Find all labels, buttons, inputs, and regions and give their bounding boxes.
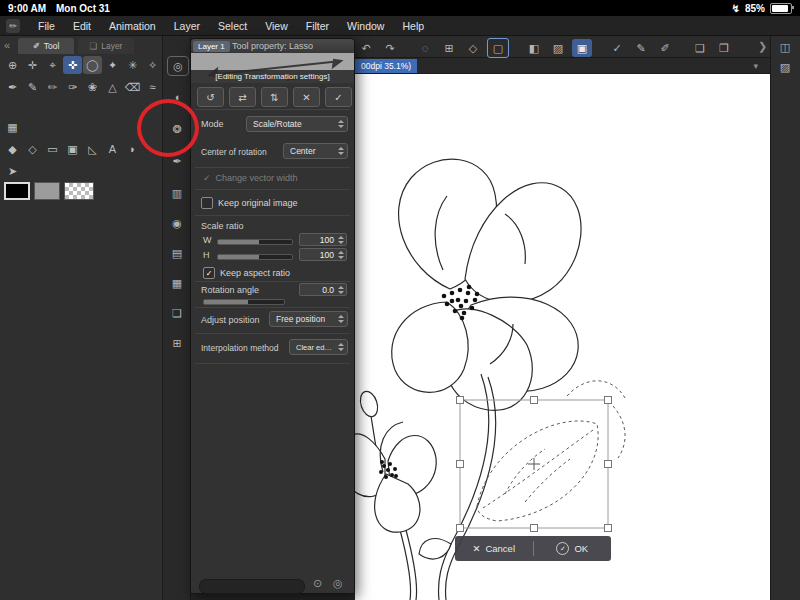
transform-handle[interactable]: [457, 461, 464, 468]
layer-name-chip[interactable]: Layer 1: [193, 41, 230, 52]
transform-handle[interactable]: [457, 397, 464, 404]
object-tool-icon[interactable]: ✜: [63, 56, 82, 74]
transform-handle[interactable]: [605, 525, 612, 532]
flip-horizontal-icon[interactable]: ⇄: [229, 87, 256, 107]
line-correction-tool-icon[interactable]: ➤: [3, 162, 22, 180]
scale-w-slider[interactable]: [217, 239, 293, 245]
document-title-chip[interactable]: 00dpi 35.1%): [355, 59, 417, 73]
canvas-area[interactable]: ✕ Cancel ✓ OK: [355, 74, 770, 600]
keep-original-image-row[interactable]: Keep original image: [201, 197, 298, 209]
interpolation-method-dropdown[interactable]: Clear edges (: [289, 339, 348, 355]
move-tool-icon[interactable]: ⌖: [43, 56, 62, 74]
transform-handle[interactable]: [531, 397, 538, 404]
zoom-panel-icon[interactable]: ◎: [167, 56, 189, 76]
chevron-down-icon[interactable]: ▾: [753, 61, 758, 71]
scale-h-stepper[interactable]: 100: [299, 248, 347, 261]
menu-view[interactable]: View: [265, 20, 288, 32]
scale-w-stepper[interactable]: 100: [299, 233, 347, 246]
transform-handle[interactable]: [605, 397, 612, 404]
color-slider-icon[interactable]: ▦: [167, 274, 187, 292]
keep-aspect-checkbox[interactable]: ✓: [203, 267, 215, 279]
menu-layer[interactable]: Layer: [174, 20, 200, 32]
undo-icon[interactable]: ↶: [356, 39, 376, 57]
hand-tool-icon[interactable]: ✛: [23, 56, 42, 74]
canvas-artwork[interactable]: [355, 74, 770, 600]
menu-window[interactable]: Window: [347, 20, 384, 32]
ok-button[interactable]: ✓ OK: [534, 536, 612, 561]
transform-handle[interactable]: [457, 525, 464, 532]
color-panel-icon[interactable]: ▨: [775, 58, 795, 76]
transparent-color-swatch[interactable]: [64, 182, 94, 200]
tab-tool[interactable]: ✐ Tool: [18, 38, 74, 54]
reset-transform-icon[interactable]: ↺: [197, 87, 224, 107]
fill-tool-icon[interactable]: ◆: [3, 140, 22, 158]
adjust-position-dropdown[interactable]: Free position: [269, 311, 348, 327]
center-of-rotation-dropdown[interactable]: Center: [283, 143, 348, 159]
brush-tool-icon[interactable]: ✑: [63, 78, 82, 96]
airbrush-tool-icon[interactable]: △: [103, 78, 122, 96]
menu-help[interactable]: Help: [402, 20, 424, 32]
lasso-tool-icon[interactable]: ◯: [83, 56, 102, 74]
pencil-tool-icon[interactable]: ✎: [23, 78, 42, 96]
vector-edit-icon[interactable]: ✐: [655, 39, 675, 57]
grid-tool-icon[interactable]: ▣: [63, 140, 82, 158]
pen-pressure-icon[interactable]: ✎: [631, 39, 651, 57]
redo-icon[interactable]: ↷: [380, 39, 400, 57]
blend-tool-icon[interactable]: ≈: [143, 78, 162, 96]
transform-handle[interactable]: [605, 461, 612, 468]
eyedropper-tool-icon[interactable]: ✳: [123, 56, 142, 74]
transform-handle[interactable]: [531, 525, 538, 532]
menu-filter[interactable]: Filter: [306, 20, 329, 32]
gradient-tool-icon[interactable]: ▦: [3, 118, 22, 136]
clip-studio-logo-icon[interactable]: ✏: [6, 19, 20, 33]
ruler-tool-icon[interactable]: ◺: [83, 140, 102, 158]
cancel-button[interactable]: ✕ Cancel: [455, 536, 533, 561]
snap-off-icon[interactable]: ◌: [415, 39, 435, 57]
scroll-up-icon[interactable]: ⊙: [313, 577, 322, 590]
selection-launcher-icon[interactable]: ▣: [572, 39, 592, 57]
collapse-panel-icon[interactable]: «: [4, 39, 10, 51]
page-manager-icon[interactable]: ❏: [690, 39, 710, 57]
eraser-tool-icon[interactable]: ⌫: [123, 78, 142, 96]
decoration-tool-icon[interactable]: ❀: [83, 78, 102, 96]
magnifier-icon[interactable]: ◎: [333, 577, 343, 590]
apply-transform-icon[interactable]: ✓: [325, 87, 352, 107]
color-wheel-icon[interactable]: ▥: [167, 184, 187, 202]
workspace-icon[interactable]: ◫: [775, 38, 795, 56]
rotation-angle-slider[interactable]: [203, 299, 285, 305]
mode-dropdown[interactable]: Scale/Rotate: [246, 116, 348, 132]
keep-aspect-ratio-row[interactable]: ✓ Keep aspect ratio: [203, 267, 290, 279]
layer-panel-icon[interactable]: ❏: [167, 304, 187, 322]
selection-pen-tool-icon[interactable]: ✧: [143, 56, 162, 74]
figure-tool-icon[interactable]: ◇: [23, 140, 42, 158]
menu-file[interactable]: File: [38, 20, 55, 32]
pen-tool-icon[interactable]: ✒: [3, 78, 22, 96]
export-icon[interactable]: ❐: [714, 39, 734, 57]
cancel-transform-icon[interactable]: ✕: [293, 87, 320, 107]
frame-border-tool-icon[interactable]: ▭: [43, 140, 62, 158]
more-commands-icon[interactable]: ❯: [758, 40, 767, 53]
zoom-tool-icon[interactable]: ⊕: [3, 56, 22, 74]
menu-animation[interactable]: Animation: [109, 20, 156, 32]
correct-line-icon[interactable]: ✓: [607, 39, 627, 57]
menu-edit[interactable]: Edit: [73, 20, 91, 32]
auto-select-tool-icon[interactable]: ✦: [103, 56, 122, 74]
property-search-input[interactable]: [199, 579, 305, 594]
rotation-angle-stepper[interactable]: 0.0: [299, 283, 347, 296]
snap-special-icon[interactable]: ◇: [463, 39, 483, 57]
main-color-swatch[interactable]: [4, 182, 30, 200]
text-tool-icon[interactable]: A: [103, 140, 122, 158]
menu-select[interactable]: Select: [218, 20, 247, 32]
marker-tool-icon[interactable]: ✏: [43, 78, 62, 96]
color-set-icon[interactable]: ▤: [167, 244, 187, 262]
scale-h-slider[interactable]: [217, 254, 293, 260]
select-shrink-icon[interactable]: ▨: [548, 39, 568, 57]
flip-vertical-icon[interactable]: ⇅: [261, 87, 288, 107]
color-mixing-icon[interactable]: ◉: [167, 214, 187, 232]
navigator-icon[interactable]: ⊞: [167, 334, 187, 352]
tab-layer[interactable]: ❏ Layer: [78, 38, 134, 54]
keep-original-checkbox[interactable]: [201, 197, 213, 209]
snap-grid-icon[interactable]: ⊞: [439, 39, 459, 57]
balloon-tool-icon[interactable]: ◗: [123, 140, 142, 158]
transform-mode-icon[interactable]: ▢: [487, 38, 509, 58]
